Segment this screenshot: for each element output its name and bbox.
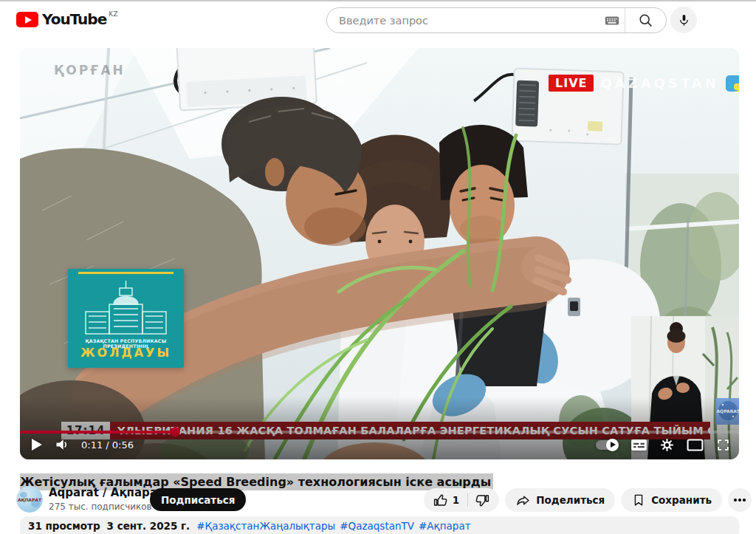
youtube-logo[interactable]: YouTube KZ — [16, 10, 118, 29]
keyboard-icon[interactable] — [599, 8, 625, 32]
description-box[interactable]: 31 просмотр 3 сент. 2025 г. #ҚазақстанЖа… — [20, 516, 739, 534]
settings-button[interactable] — [660, 438, 674, 452]
video-frame: AQPARAT — [20, 48, 739, 459]
youtube-logo-text: YouTube — [42, 10, 106, 29]
more-actions-button[interactable] — [728, 488, 752, 512]
dislike-icon[interactable] — [475, 493, 490, 508]
youtube-region-label: KZ — [109, 10, 118, 18]
volume-button[interactable] — [55, 438, 69, 451]
channel-watermark: ҚОРҒАН — [54, 63, 126, 78]
like-dislike-pill: 1 — [424, 488, 499, 512]
channel-subscribers: 275 тыс. подписчиков — [49, 502, 152, 512]
video-player[interactable]: AQPARAT ҚОРҒАН LIVE QAZAQSTAN HD ҚАЗА — [20, 48, 739, 459]
qazaqstan-tv-logo — [726, 75, 739, 92]
autoplay-toggle[interactable] — [596, 440, 618, 450]
president-address-card: ҚАЗАҚСТАН РЕСПУБЛИКАСЫ ПРЕЗИДЕНТІНІҢ ЖОЛ… — [68, 269, 184, 368]
play-button[interactable] — [30, 438, 43, 451]
voice-search-button[interactable] — [670, 7, 697, 33]
theater-mode-button[interactable] — [687, 439, 704, 451]
akorda-palace-illustration — [81, 279, 171, 337]
like-count: 1 — [453, 494, 459, 506]
pill-divider — [467, 493, 468, 507]
share-button[interactable]: Поделиться — [505, 488, 615, 512]
live-broadcast-bug: LIVE QAZAQSTAN HD — [549, 75, 739, 92]
search-input[interactable] — [327, 15, 599, 27]
microphone-icon — [677, 13, 691, 27]
channel-avatar[interactable]: АҚПАРАТ — [16, 486, 43, 513]
svg-text:AQPARAT: AQPARAT — [716, 408, 739, 414]
svg-text:АҚПАРАТ: АҚПАРАТ — [18, 497, 42, 502]
aqparat-watermark: AQPARAT — [715, 398, 739, 425]
hashtag-link[interactable]: #Ақпарат — [419, 520, 471, 532]
search-button[interactable] — [625, 8, 666, 32]
action-bar: 1 Поделиться Сохранить — [424, 488, 752, 512]
subtitles-button[interactable] — [630, 439, 647, 451]
card-gold-line — [78, 272, 173, 274]
search-bar — [326, 7, 667, 33]
like-icon[interactable] — [433, 493, 448, 508]
hashtag-list: #ҚазақстанЖаңалықтары #QazaqstanTV #Ақпа… — [196, 520, 470, 532]
player-controls: 0:11 / 0:56 — [30, 434, 730, 456]
view-count: 31 просмотр — [28, 520, 100, 532]
time-display: 0:11 / 0:56 — [81, 439, 134, 451]
publish-date: 3 сент. 2025 г. — [107, 520, 190, 532]
broadcaster-name: QAZAQSTAN — [600, 75, 718, 91]
search-icon — [638, 13, 653, 28]
save-button[interactable]: Сохранить — [621, 488, 722, 512]
address-card-title: ЖОЛДАУЫ — [68, 346, 184, 360]
live-badge: LIVE — [549, 75, 594, 92]
description-meta-row: 31 просмотр 3 сент. 2025 г. #ҚазақстанЖа… — [28, 520, 471, 532]
youtube-header: YouTube KZ — [0, 1, 756, 41]
progress-bar-played — [20, 431, 176, 434]
bookmark-icon — [631, 493, 646, 507]
youtube-play-icon — [16, 12, 38, 27]
share-icon — [515, 493, 531, 508]
fullscreen-button[interactable] — [716, 438, 730, 452]
hashtag-link[interactable]: #QazaqstanTV — [340, 520, 414, 532]
subscribe-button[interactable]: Подписаться — [150, 488, 246, 511]
hashtag-link[interactable]: #ҚазақстанЖаңалықтары — [196, 520, 335, 532]
